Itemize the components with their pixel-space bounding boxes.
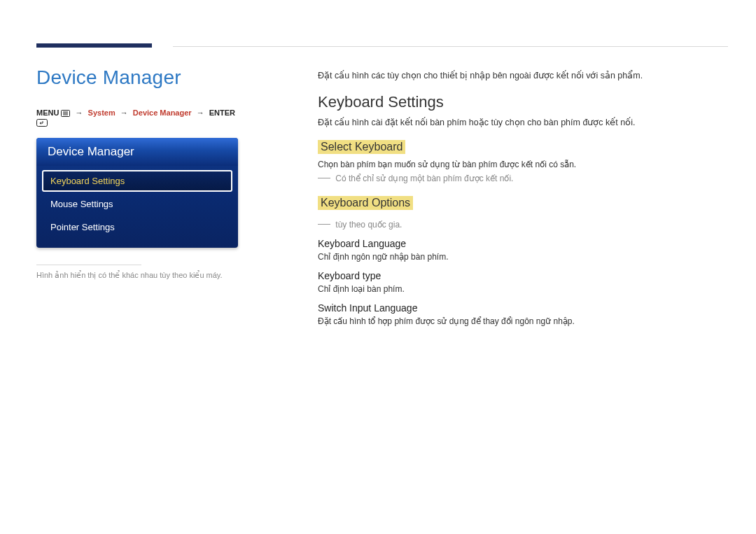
left-divider	[36, 265, 141, 265]
manual-page: Device Manager MENU → System → Device Ma…	[0, 0, 756, 534]
osd-header: Device Manager	[36, 138, 238, 166]
option-switch-input-language-desc: Đặt cấu hình tổ hợp phím được sử dụng để…	[318, 316, 721, 326]
breadcrumb-item: System	[88, 108, 115, 117]
breadcrumb-enter-label: ENTER	[209, 108, 235, 117]
breadcrumb-menu-label: MENU	[36, 108, 59, 117]
select-keyboard-desc: Chọn bàn phím bạn muốn sử dụng từ bàn ph…	[318, 160, 721, 169]
menu-icon	[61, 110, 70, 118]
osd-item-mouse-settings[interactable]: Mouse Settings	[42, 193, 232, 215]
breadcrumb: MENU → System → Device Manager → ENTER	[36, 108, 238, 128]
osd-item-keyboard-settings[interactable]: Keyboard Settings	[42, 170, 232, 192]
subheading-select-keyboard: Select Keyboard	[318, 140, 405, 154]
breadcrumb-item: Device Manager	[133, 108, 192, 117]
osd-item-pointer-settings[interactable]: Pointer Settings	[42, 216, 232, 238]
section-heading-keyboard-settings: Keyboard Settings	[318, 93, 721, 111]
option-keyboard-language-label: Keyboard Language	[318, 238, 721, 249]
select-keyboard-note: Có thể chỉ sử dụng một bàn phím được kết…	[318, 174, 721, 183]
subheading-keyboard-options: Keyboard Options	[318, 196, 413, 210]
osd-body: Keyboard Settings Mouse Settings Pointer…	[36, 166, 238, 248]
page-title: Device Manager	[36, 66, 238, 89]
intro-text: Đặt cấu hình các tùy chọn cho thiết bị n…	[318, 70, 721, 80]
model-image-disclaimer: Hình ảnh hiển thị có thể khác nhau tùy t…	[36, 271, 238, 280]
option-keyboard-type-label: Keyboard type	[318, 270, 721, 281]
section-desc-keyboard-settings: Đặt cấu hình cài đặt kết nối bàn phím ho…	[318, 117, 721, 127]
breadcrumb-arrow: →	[73, 108, 86, 117]
right-column: Đặt cấu hình các tùy chọn cho thiết bị n…	[318, 70, 721, 329]
enter-icon	[36, 119, 48, 128]
option-keyboard-language-desc: Chỉ định ngôn ngữ nhập bàn phím.	[318, 252, 721, 262]
section-top-rule	[173, 46, 728, 47]
section-top-marker	[36, 43, 152, 48]
option-keyboard-type-desc: Chỉ định loại bàn phím.	[318, 284, 721, 294]
breadcrumb-arrow: →	[194, 108, 207, 117]
keyboard-options-note: tùy theo quốc gia.	[318, 220, 721, 230]
option-switch-input-language-label: Switch Input Language	[318, 302, 721, 314]
breadcrumb-arrow: →	[118, 108, 131, 117]
osd-panel: Device Manager Keyboard Settings Mouse S…	[36, 138, 238, 248]
left-column: Device Manager MENU → System → Device Ma…	[36, 66, 238, 280]
